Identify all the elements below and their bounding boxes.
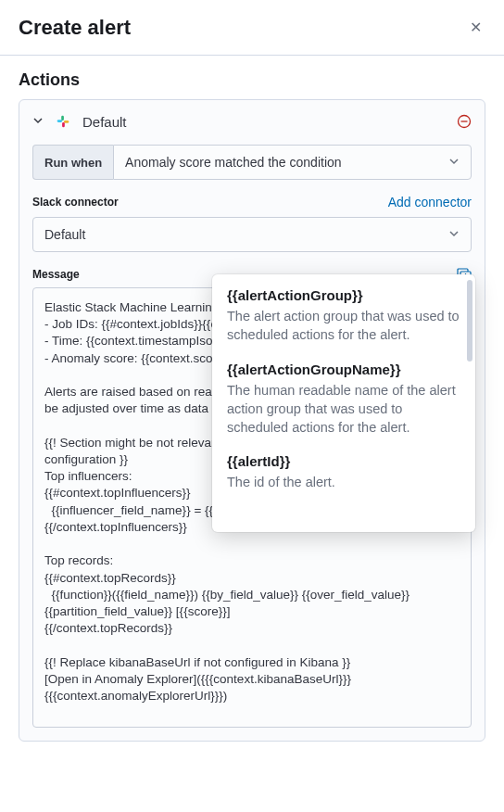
run-when-label: Run when: [32, 145, 113, 180]
svg-rect-2: [64, 121, 69, 123]
variable-item[interactable]: {{alertId}} The id of the alert.: [227, 453, 460, 491]
run-when-select[interactable]: Anomaly score matched the condition: [113, 145, 472, 180]
action-name: Default: [82, 114, 446, 130]
svg-rect-0: [57, 120, 62, 122]
connector-label: Slack connector: [32, 196, 119, 209]
connector-value: Default: [44, 227, 85, 242]
actions-section-title: Actions: [0, 56, 504, 99]
connector-select[interactable]: Default: [32, 217, 472, 252]
variable-name: {{alertId}}: [227, 453, 460, 469]
popover-scrollbar[interactable]: [467, 280, 472, 362]
collapse-toggle[interactable]: [32, 115, 44, 129]
svg-rect-3: [62, 122, 65, 127]
page-title: Create alert: [19, 16, 131, 40]
message-label: Message: [32, 268, 80, 281]
svg-rect-1: [61, 116, 64, 121]
add-connector-link[interactable]: Add connector: [388, 195, 472, 209]
variable-item[interactable]: {{alertActionGroup}} The alert action gr…: [227, 287, 460, 345]
slack-icon: [55, 113, 71, 130]
variables-popover: {{alertActionGroup}} The alert action gr…: [212, 274, 475, 532]
chevron-down-icon: [448, 156, 460, 170]
run-when-value: Anomaly score matched the condition: [125, 155, 341, 170]
variable-desc: The human readable name of the alert act…: [227, 381, 460, 438]
variable-item[interactable]: {{alertActionGroupName}} The human reada…: [227, 362, 460, 438]
variable-desc: The id of the alert.: [227, 473, 460, 491]
close-button[interactable]: ✕: [466, 15, 485, 40]
variable-desc: The alert action group that was used to …: [227, 307, 460, 345]
chevron-down-icon: [448, 228, 460, 242]
remove-action-button[interactable]: [457, 114, 472, 129]
action-card: Default Run when Anomaly score matched t…: [19, 99, 485, 742]
variable-name: {{alertActionGroupName}}: [227, 362, 460, 377]
variable-name: {{alertActionGroup}}: [227, 287, 460, 303]
